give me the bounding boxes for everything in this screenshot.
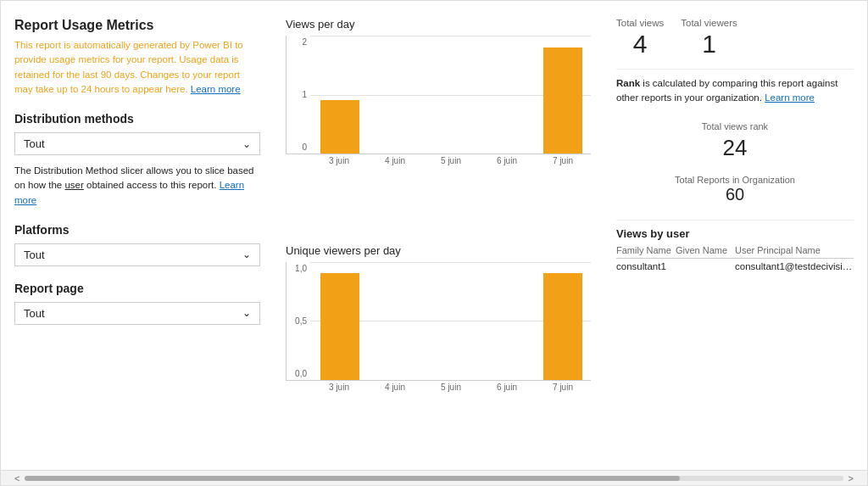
views-bar-group-3	[424, 36, 480, 154]
left-panel: Report Usage Metrics This report is auto…	[14, 18, 269, 461]
right-panel: Total views 4 Total viewers 1 Rank is ca…	[608, 18, 854, 461]
total-views-rank-label: Total views rank	[702, 121, 768, 131]
unique-y-min: 0,0	[287, 369, 310, 378]
main-content: Report Usage Metrics This report is auto…	[1, 1, 867, 470]
views-x-labels: 3 juin 4 juin 5 juin 6 juin 7 juin	[286, 156, 591, 165]
rank-bold: Rank	[616, 78, 640, 88]
views-bar-5	[543, 47, 582, 154]
views-per-day-chart: Views per day 2 1 0	[286, 18, 591, 236]
views-y-max: 2	[287, 37, 310, 47]
platforms-dropdown-label: Tout	[24, 249, 45, 261]
unique-bar-group-1	[312, 262, 368, 380]
unique-bar-1	[320, 273, 359, 379]
page-wrapper: Report Usage Metrics This report is auto…	[0, 0, 868, 486]
total-viewers-label: Total viewers	[681, 18, 737, 28]
unique-bar-group-5	[535, 262, 591, 380]
distribution-dropdown-label: Tout	[24, 137, 45, 150]
platforms-dropdown-arrow: ⌄	[242, 249, 251, 260]
views-bars-area	[312, 36, 591, 154]
report-page-dropdown[interactable]: Tout ⌄	[14, 302, 260, 325]
scroll-right-arrow[interactable]: >	[843, 473, 859, 483]
total-views-box: Total views 4	[616, 18, 664, 57]
views-bar-group-1	[312, 36, 368, 154]
unique-bar-group-2	[368, 262, 424, 380]
total-reports-value: 60	[616, 185, 854, 204]
scrollbar-track[interactable]	[25, 476, 843, 481]
table-header-col1: Family Name	[616, 245, 676, 255]
distribution-dropdown-arrow: ⌄	[242, 138, 251, 150]
platforms-dropdown[interactable]: Tout ⌄	[14, 243, 260, 266]
views-x-label-2: 4 juin	[367, 156, 423, 165]
stats-row: Total views 4 Total viewers 1	[616, 18, 854, 57]
table-row: consultant1 consultant1@testdecivision.o…	[616, 261, 854, 271]
platforms-title: Platforms	[14, 223, 260, 237]
total-reports-label: Total Reports in Organization	[616, 175, 854, 185]
views-by-user-title: Views by user	[616, 227, 854, 240]
views-y-min: 0	[287, 142, 310, 152]
row1-col2	[676, 261, 735, 271]
total-viewers-value: 1	[702, 31, 716, 57]
unique-x-label-4: 6 juin	[479, 383, 535, 392]
row1-col1: consultant1	[616, 261, 676, 271]
scrollbar-area: < >	[1, 470, 867, 485]
total-views-label: Total views	[616, 18, 664, 28]
views-bar-group-2	[368, 36, 424, 154]
views-x-label-4: 6 juin	[479, 156, 535, 165]
views-bar-1	[320, 100, 359, 154]
unique-y-max: 1,0	[287, 264, 310, 273]
views-y-axis: 2 1 0	[287, 36, 310, 154]
total-views-rank-section: Total views rank 24	[616, 121, 854, 161]
unique-x-label-2: 4 juin	[367, 383, 423, 392]
table-header: Family Name Given Name User Principal Na…	[616, 245, 854, 259]
unique-bar-group-4	[479, 262, 535, 380]
views-bar-group-4	[479, 36, 535, 154]
rank-info: Rank is calculated by comparing this rep…	[616, 69, 854, 106]
table-header-col2: Given Name	[676, 245, 735, 255]
views-x-label-3: 5 juin	[423, 156, 479, 165]
report-page-title: Report page	[14, 282, 260, 295]
rank-learn-more-link[interactable]: Learn more	[765, 92, 815, 103]
center-panel: Views per day 2 1 0	[277, 18, 599, 461]
views-x-label-1: 3 juin	[311, 156, 367, 165]
unique-y-mid: 0,5	[287, 316, 310, 326]
total-views-value: 4	[633, 31, 648, 57]
unique-chart-title: Unique viewers per day	[286, 244, 591, 257]
views-chart-area: 2 1 0	[286, 36, 591, 154]
table-header-col3: User Principal Name	[735, 245, 854, 255]
report-title: Report Usage Metrics	[14, 18, 260, 33]
total-reports-section: Total Reports in Organization 60	[616, 175, 854, 204]
distribution-dropdown[interactable]: Tout ⌄	[14, 132, 260, 155]
views-by-user-section: Views by user Family Name Given Name Use…	[616, 220, 854, 271]
unique-x-labels: 3 juin 4 juin 5 juin 6 juin 7 juin	[286, 383, 591, 392]
unique-bar-5	[543, 273, 582, 379]
views-chart-title: Views per day	[286, 18, 591, 31]
report-learn-more-link[interactable]: Learn more	[191, 84, 241, 94]
views-bar-group-5	[535, 36, 591, 154]
total-views-rank-value: 24	[723, 135, 748, 161]
distribution-info-text: The Distribution Method slicer allows yo…	[14, 165, 254, 190]
unique-bars-area	[312, 262, 591, 380]
scrollbar-thumb[interactable]	[25, 476, 679, 481]
unique-x-label-1: 3 juin	[311, 383, 367, 392]
unique-y-axis: 1,0 0,5 0,0	[287, 262, 310, 380]
unique-chart-area: 1,0 0,5 0,0	[286, 262, 591, 381]
total-viewers-box: Total viewers 1	[681, 18, 737, 57]
views-y-mid: 1	[287, 90, 310, 99]
unique-x-label-3: 5 juin	[423, 383, 479, 392]
unique-bar-group-3	[424, 262, 480, 380]
unique-viewers-per-day-chart: Unique viewers per day 1,0 0,5 0,0	[286, 244, 591, 462]
unique-x-label-5: 7 juin	[535, 383, 591, 392]
distribution-info: The Distribution Method slicer allows yo…	[14, 164, 260, 208]
row1-col3: consultant1@testdecivision.onmicrosoft.c…	[735, 261, 854, 271]
report-page-dropdown-arrow: ⌄	[242, 307, 251, 319]
report-page-dropdown-label: Tout	[24, 307, 45, 320]
views-x-label-5: 7 juin	[535, 156, 591, 165]
distribution-title: Distribution methods	[14, 112, 260, 126]
report-description: This report is automatically generated b…	[14, 38, 260, 97]
scroll-left-arrow[interactable]: <	[9, 473, 25, 483]
